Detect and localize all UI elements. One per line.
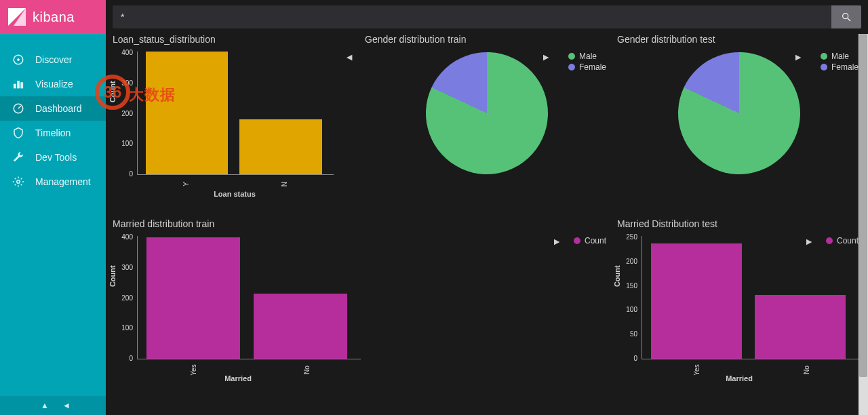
panel-loan-status: Loan_status_distribution ◄ Count 4003002…	[113, 34, 357, 210]
search-icon	[841, 12, 852, 22]
search-input[interactable]	[113, 5, 831, 28]
y-ticks: 250200150100500	[621, 233, 637, 362]
x-axis-label: Loan status	[113, 190, 357, 198]
vertical-scrollbar[interactable]	[859, 34, 868, 415]
sidebar-item-label: Dashboard	[35, 103, 82, 114]
chart-married-train: Count 4003002001000 Yes No	[113, 233, 363, 362]
sidebar-item-timelion[interactable]: Timelion	[0, 121, 106, 145]
main: Loan_status_distribution ◄ Count 4003002…	[106, 0, 868, 415]
panel-title: Married distribution train	[113, 218, 609, 229]
sidebar-item-label: Timelion	[35, 127, 71, 138]
plot-area	[137, 52, 334, 175]
x-ticks: Y N	[137, 180, 334, 188]
y-ticks: 4003002001000	[117, 233, 133, 362]
panel-title: Gender distribution test	[617, 34, 861, 45]
svg-line-10	[848, 18, 850, 21]
panel-title: Loan_status_distribution	[113, 34, 357, 45]
panel-gender-test: Gender distribution test ► Male Female	[617, 34, 861, 210]
sidebar-item-management[interactable]: Management	[0, 170, 106, 194]
panel-title: Gender distribution train	[365, 34, 609, 45]
svg-point-9	[843, 14, 848, 19]
sidebar-item-label: Discover	[35, 54, 72, 65]
app-root: kibana Discover Visualize Dashboard Time…	[0, 0, 868, 415]
sidebar-footer: ▲ ◄	[0, 396, 106, 415]
compass-icon	[12, 54, 24, 66]
nav-list: Discover Visualize Dashboard Timelion De…	[0, 34, 106, 194]
shield-icon	[12, 127, 24, 139]
x-axis-label: Married	[113, 374, 363, 382]
legend: Male Female	[821, 52, 859, 73]
scrollbar-thumb[interactable]	[859, 34, 867, 377]
svg-rect-5	[18, 81, 20, 89]
panel-collapse-button[interactable]: ►	[793, 52, 803, 62]
search-button[interactable]	[831, 5, 861, 28]
gear-icon	[12, 176, 24, 188]
chart-loan-status: Count 4003002001000 Y N	[113, 49, 336, 178]
panel-married-train: Married distribution train ► Count Count…	[113, 218, 609, 395]
panel-title: Married Distribution test	[617, 218, 861, 229]
bar[interactable]	[755, 295, 846, 359]
sidebar-item-label: Management	[35, 176, 91, 187]
legend-item[interactable]: Male	[821, 52, 859, 61]
legend-item[interactable]: Male	[568, 52, 606, 61]
sidebar-item-devtools[interactable]: Dev Tools	[0, 145, 106, 170]
y-axis-label: Count	[613, 265, 621, 287]
y-ticks: 4003002001000	[117, 49, 133, 178]
panel-collapse-button[interactable]: ►	[541, 52, 551, 62]
x-ticks: Yes No	[137, 366, 363, 374]
topbar	[106, 0, 868, 34]
legend-item[interactable]: Female	[568, 62, 606, 72]
sidebar-item-label: Dev Tools	[35, 152, 77, 163]
bar[interactable]	[254, 294, 347, 359]
wrench-icon	[12, 151, 24, 163]
collapse-icon[interactable]: ◄	[62, 401, 71, 410]
svg-point-3	[18, 59, 20, 61]
chevron-up-icon[interactable]: ▲	[41, 401, 49, 410]
panel-collapse-button[interactable]: ◄	[344, 52, 354, 62]
dashboard-grid: Loan_status_distribution ◄ Count 4003002…	[106, 34, 868, 415]
sidebar-item-visualize[interactable]: Visualize	[0, 72, 106, 96]
svg-rect-4	[14, 84, 16, 88]
logo-area[interactable]: kibana	[0, 0, 106, 34]
svg-point-8	[17, 180, 20, 184]
y-axis-label: Count	[108, 81, 117, 102]
panel-gender-train: Gender distribution train ► Male Female	[365, 34, 609, 210]
logo-text: kibana	[33, 9, 75, 25]
legend-item[interactable]: Female	[821, 62, 859, 72]
sidebar-item-dashboard[interactable]: Dashboard	[0, 96, 106, 121]
x-ticks: Yes No	[642, 366, 861, 374]
sidebar: kibana Discover Visualize Dashboard Time…	[0, 0, 106, 415]
panel-collapse-button[interactable]: ►	[552, 236, 561, 247]
sidebar-item-label: Visualize	[35, 79, 73, 90]
kibana-logo-icon	[7, 7, 27, 27]
legend-item[interactable]: Count	[574, 236, 606, 245]
chart-married-test: Count 250200150100500 Yes No	[617, 233, 861, 362]
svg-rect-6	[21, 83, 23, 88]
legend: Male Female	[568, 52, 606, 73]
x-axis-label: Married	[617, 374, 861, 382]
gauge-icon	[12, 102, 24, 115]
y-axis-label: Count	[108, 265, 117, 287]
panel-married-test: Married Distribution test ► Count Count …	[617, 218, 861, 395]
plot-area	[137, 236, 361, 359]
legend: Count	[574, 236, 606, 247]
sidebar-item-discover[interactable]: Discover	[0, 47, 106, 72]
bar-chart-icon	[12, 78, 24, 90]
plot-area	[642, 236, 859, 359]
